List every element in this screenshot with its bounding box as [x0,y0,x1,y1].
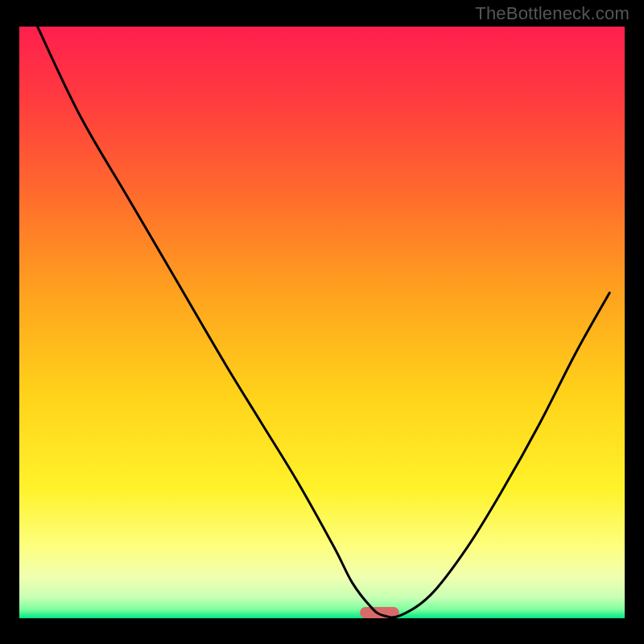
chart-frame: TheBottleneck.com [0,0,644,644]
watermark-text: TheBottleneck.com [475,3,630,24]
bottleneck-chart [0,0,644,644]
plot-background [19,27,625,618]
